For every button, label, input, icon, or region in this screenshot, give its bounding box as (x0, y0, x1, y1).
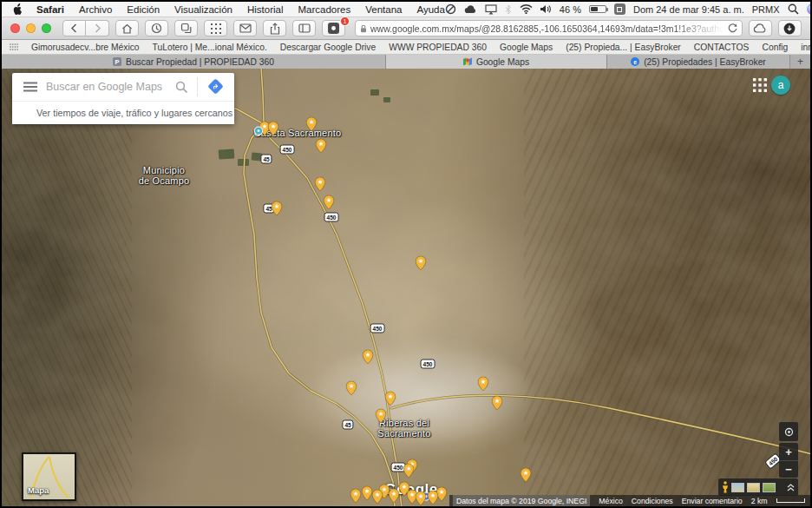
map-inset-toggle[interactable]: Mapa (22, 452, 76, 501)
mail-button[interactable] (233, 20, 257, 36)
menu-safari[interactable]: Safari (36, 4, 64, 15)
map-pin[interactable]: ★ (350, 488, 362, 506)
airplay-icon[interactable] (485, 4, 497, 15)
tab-label: Google Maps (476, 57, 529, 67)
svg-text:★: ★ (274, 202, 280, 210)
feedback-link[interactable]: Enviar comentario (682, 497, 743, 505)
reload-icon[interactable] (728, 23, 737, 33)
imagery-thumbnail[interactable] (763, 483, 776, 492)
bookmark-inm24-prmx[interactable]: inm24 prmx (801, 43, 810, 52)
tab-overview-button[interactable] (174, 20, 198, 36)
map-pin[interactable]: ★ (346, 380, 357, 399)
map-pin[interactable]: ★ (372, 489, 383, 506)
directions-button[interactable] (206, 77, 226, 96)
zoom-in-button[interactable]: + (779, 443, 798, 460)
map-pin[interactable]: ★ (428, 490, 439, 506)
siri-icon[interactable] (807, 3, 811, 15)
bookmark-25-propieda-easybroker[interactable]: (25) Propieda... | EasyBroker (566, 43, 681, 52)
map-canvas[interactable]: 450454545045045045450450 Caseta Sacramen… (2, 69, 810, 506)
tab-propiedad-360[interactable]: P Buscar Propiedad | PROPIEDAD 360 (2, 55, 386, 69)
collapse-controls-button[interactable] (787, 484, 795, 492)
map-pin[interactable]: ★ (315, 176, 326, 195)
inset-label: Mapa (28, 485, 49, 495)
extension-button[interactable]: 1 (322, 20, 345, 36)
zoom-out-button[interactable]: − (779, 460, 798, 478)
input-source-label[interactable]: PRMX (752, 4, 780, 15)
map-pin[interactable]: ★ (389, 488, 400, 506)
google-apps-grid-button[interactable] (753, 78, 767, 96)
bookmark-google-maps[interactable]: Google Maps (500, 43, 553, 52)
zoom-window-button[interactable] (42, 23, 51, 33)
map-pin[interactable]: ★ (316, 138, 327, 156)
map-pin[interactable]: ★ (416, 255, 427, 274)
bookmark-tulotero-me-ional-mexico[interactable]: TuLotero | Me...ional México. (153, 43, 267, 52)
extensions-grid-button[interactable] (204, 20, 227, 36)
map-pin[interactable]: ★ (385, 391, 396, 409)
input-source-icon[interactable] (614, 3, 625, 15)
hamburger-menu-icon[interactable] (23, 82, 37, 92)
wifi-icon[interactable] (520, 4, 533, 14)
account-avatar[interactable]: a (771, 76, 790, 95)
bluetooth-icon[interactable] (505, 4, 512, 15)
back-button[interactable] (62, 20, 86, 36)
cloud-icon[interactable] (464, 4, 477, 14)
volume-icon[interactable] (540, 4, 552, 14)
bookmark-contactos[interactable]: CONTACTOS (694, 43, 750, 52)
forward-button[interactable] (86, 20, 109, 36)
map-pin-dot[interactable] (254, 123, 264, 139)
map-pin[interactable]: ★ (324, 195, 335, 213)
map-pin[interactable]: ★ (478, 376, 489, 394)
favorites-grid-icon[interactable] (10, 43, 18, 50)
map-pin[interactable]: ★ (416, 491, 427, 506)
menu-clock[interactable]: Dom 24 de mar 9:45 a. m. (633, 4, 744, 15)
dnd-icon[interactable] (445, 3, 456, 15)
imagery-thumbnail[interactable] (747, 483, 760, 492)
menu-marcadores[interactable]: Marcadores (298, 4, 351, 15)
address-bar[interactable]: www.google.com.mx/maps/@28.8162885,-106.… (355, 20, 743, 36)
map-pin[interactable]: ★ (268, 121, 279, 139)
menu-historial[interactable]: Historial (247, 4, 284, 15)
bookmark-config[interactable]: Config (763, 43, 789, 52)
map-pin[interactable]: ★ (403, 463, 415, 481)
bookmark-gimorusadecv-bre-mexico[interactable]: Gimorusadecv...bre México (31, 43, 140, 52)
map-pin[interactable]: ★ (521, 467, 532, 485)
sidebar-button[interactable] (292, 20, 316, 36)
search-icon[interactable] (175, 81, 188, 94)
extension-badge: 1 (340, 16, 350, 26)
tab-easybroker[interactable]: e (25) Propiedades | EasyBroker (607, 55, 790, 69)
history-button[interactable] (145, 20, 168, 36)
icloud-tabs-button[interactable] (749, 20, 772, 36)
spotlight-icon[interactable] (788, 3, 799, 15)
travel-times-row[interactable]: Ver tiempos de viaje, tráfico y lugares … (12, 101, 234, 124)
map-pin[interactable]: ★ (306, 116, 318, 135)
menu-visualizacion[interactable]: Visualización (174, 4, 232, 15)
search-input[interactable] (46, 81, 167, 93)
terms-link[interactable]: Condiciones (632, 497, 673, 505)
road-shield-45: 45 (260, 155, 272, 164)
apple-menu[interactable] (12, 3, 23, 16)
menu-archivo[interactable]: Archivo (79, 4, 112, 15)
directions-arrow-icon (210, 81, 221, 92)
menu-status: 46 % Dom 24 de mar 9:45 a. m. PRMX (445, 3, 810, 15)
close-window-button[interactable] (10, 23, 20, 33)
share-button[interactable] (263, 20, 286, 36)
minimize-window-button[interactable] (26, 23, 36, 33)
map-pin[interactable]: ★ (272, 201, 283, 219)
bookmark-descargar-google-drive[interactable]: Descargar Google Drive (280, 43, 376, 52)
menu-edicion[interactable]: Edición (127, 4, 160, 15)
map-pin[interactable]: ★ (376, 408, 387, 426)
new-tab-button[interactable]: + (790, 55, 810, 69)
my-location-button[interactable] (779, 422, 798, 441)
bookmark-www-propiedad-360[interactable]: WWW PROPIEDAD 360 (389, 43, 487, 52)
tab-google-maps[interactable]: Google Maps (386, 55, 607, 69)
safari-window: SafariArchivoEdiciónVisualizaciónHistori… (2, 2, 810, 506)
menu-ventana[interactable]: Ventana (365, 4, 402, 15)
map-pin[interactable]: ★ (492, 395, 503, 413)
home-button[interactable] (115, 20, 139, 36)
map-pin[interactable]: ★ (363, 349, 374, 367)
imagery-thumbnail[interactable] (731, 483, 744, 492)
downloads-button[interactable] (778, 20, 802, 36)
menu-ayuda[interactable]: Ayuda (416, 4, 444, 15)
pegman-icon[interactable] (722, 481, 729, 493)
scale-label[interactable]: 2 km (751, 497, 768, 505)
